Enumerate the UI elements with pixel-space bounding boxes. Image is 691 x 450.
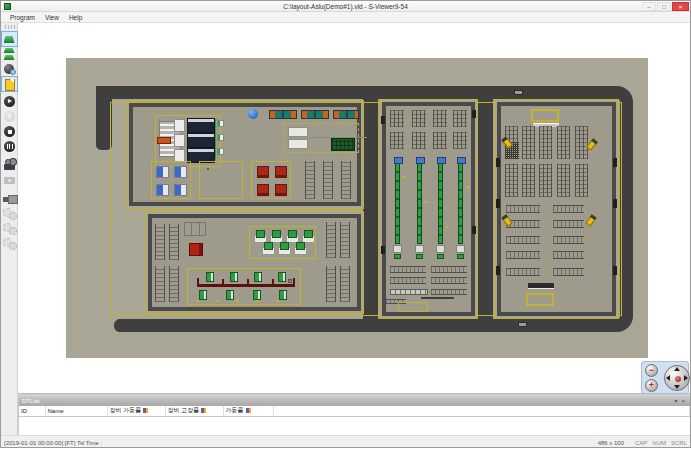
minimize-button[interactable]: –: [642, 2, 656, 11]
cnc-machine: [174, 133, 214, 146]
workstation: [262, 242, 275, 253]
rack: [433, 132, 447, 149]
record-icon[interactable]: [2, 158, 17, 172]
dock-collapse-button[interactable]: ▾: [672, 397, 679, 406]
gear-run-icon[interactable]: [2, 206, 17, 220]
pan-right-icon[interactable]: [684, 375, 688, 381]
column-header[interactable]: 장비 고장률: [165, 406, 223, 416]
menu-view[interactable]: View: [40, 12, 64, 23]
title-bar[interactable]: C:\layout-Aslu(Demo#1).vld - S-Viewer9-5…: [1, 1, 690, 12]
gear-config-icon[interactable]: [2, 236, 17, 250]
pan-center-dot[interactable]: [675, 376, 681, 382]
pan-control[interactable]: [664, 365, 690, 391]
scroll-flag: SCRL: [671, 440, 687, 446]
rack: [553, 251, 584, 259]
column-header[interactable]: 가동률: [223, 406, 273, 416]
sim-time-status: [2019-01-01 00:00:00] [FT] Tsl Time :: [4, 440, 102, 446]
save-layout-icon[interactable]: [2, 77, 17, 91]
rack: [575, 126, 588, 159]
scene-view-icon[interactable]: [2, 32, 17, 46]
agv: [518, 322, 527, 327]
rack: [412, 132, 426, 149]
pause-icon[interactable]: [2, 110, 17, 124]
rack: [341, 161, 351, 199]
rack: [557, 164, 570, 197]
status-bar: [2019-01-01 00:00:00] [FT] Tsl Time : 48…: [1, 435, 690, 448]
pallet: [257, 166, 269, 178]
app-icon: [4, 3, 11, 10]
cnc-machine: [174, 118, 214, 131]
agv: [514, 90, 523, 95]
pallet: [257, 184, 269, 196]
dock-area: [531, 109, 559, 122]
model-sphere-icon[interactable]: [2, 62, 17, 76]
dock-panel: DTList ▾ × IDName장비 가동률장비 고장률가동률: [18, 397, 690, 435]
snapshot-icon[interactable]: [2, 173, 17, 187]
machine: [288, 127, 308, 137]
conveyor-line: [197, 284, 295, 287]
agv-train: [333, 110, 359, 119]
coords-status: 486 x 100: [598, 440, 624, 446]
workstation: [156, 166, 169, 178]
conveyor-segment: [390, 289, 428, 295]
rack: [553, 268, 584, 276]
building-machining: [129, 103, 361, 206]
rack: [575, 164, 588, 197]
menu-bar: Program View Help: [1, 12, 690, 23]
menu-program[interactable]: Program: [5, 12, 40, 23]
vertical-conveyor: [395, 160, 400, 244]
rack: [553, 220, 584, 228]
column-chart-icon: [201, 408, 206, 413]
operator-machine: [199, 290, 207, 300]
scene-add-icon[interactable]: [2, 47, 17, 61]
rack: [431, 289, 467, 295]
column-header[interactable]: 장비 가동률: [107, 406, 165, 416]
step-icon[interactable]: [2, 140, 17, 154]
stop-icon[interactable]: [2, 125, 17, 139]
grid-cell: [207, 168, 209, 170]
close-button[interactable]: ×: [672, 2, 689, 11]
app-window: C:\layout-Aslu(Demo#1).vld - S-Viewer9-5…: [0, 0, 691, 448]
caps-flag: CAP: [635, 440, 647, 446]
dock-title: DTList: [22, 397, 672, 406]
vehicle-icon[interactable]: [2, 191, 17, 205]
dock-close-button[interactable]: ×: [679, 397, 687, 406]
pan-left-icon[interactable]: [666, 375, 670, 381]
layout-canvas[interactable]: − +: [18, 23, 690, 393]
agv-train: [269, 110, 297, 119]
rack: [505, 164, 518, 197]
rack: [390, 277, 426, 284]
rack: [557, 126, 570, 159]
menu-help[interactable]: Help: [64, 12, 87, 23]
cnc-machine: [174, 148, 214, 161]
dt-table-body[interactable]: [19, 417, 690, 435]
maximize-button[interactable]: □: [657, 2, 671, 11]
machine: [288, 139, 308, 149]
operator-machine: [226, 290, 234, 300]
rack: [155, 266, 165, 302]
vertical-conveyor: [438, 160, 443, 244]
pan-up-icon[interactable]: [674, 367, 680, 371]
rack: [539, 126, 552, 159]
column-header[interactable]: Name: [45, 406, 107, 416]
dt-table: IDName장비 가동률장비 고장률가동률: [19, 406, 690, 417]
vertical-conveyor: [417, 160, 422, 244]
gear-edit-icon[interactable]: [2, 221, 17, 235]
rack: [522, 126, 535, 159]
zoom-out-button[interactable]: −: [645, 364, 658, 377]
column-chart-icon: [143, 408, 148, 413]
toolbar-grip[interactable]: [4, 25, 15, 29]
column-header[interactable]: ID: [19, 406, 45, 416]
keyboard-flags: CAP NUM SCRL: [635, 440, 687, 446]
workstation: [174, 184, 187, 196]
play-icon[interactable]: [2, 95, 17, 109]
dock-area: [526, 293, 554, 306]
zoom-in-button[interactable]: +: [645, 379, 658, 392]
rack: [390, 110, 404, 127]
column-filler: [273, 406, 690, 416]
window-title: C:\layout-Aslu(Demo#1).vld - S-Viewer9-5…: [1, 1, 690, 12]
pan-down-icon[interactable]: [674, 385, 680, 389]
rack: [323, 161, 333, 199]
workstation: [294, 242, 307, 253]
rack: [155, 224, 165, 260]
